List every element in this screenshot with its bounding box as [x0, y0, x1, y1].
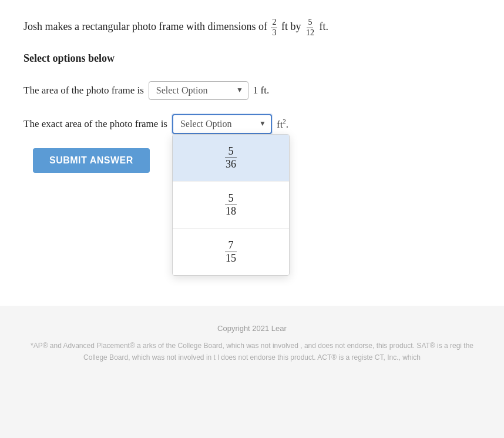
fraction-1-numer: 2 [271, 18, 277, 28]
opt1-denom: 36 [223, 158, 238, 170]
fraction-2-denom: 12 [305, 28, 315, 38]
fraction-1-denom: 3 [271, 28, 277, 38]
question-row-1: The area of the photo frame is Select Op… [23, 81, 481, 100]
footer-disclaimer: *AP® and Advanced Placement® a arks of t… [23, 340, 481, 364]
question-2-text: The exact area of the photo frame is [23, 118, 167, 130]
instructions-label: Select options below [23, 52, 481, 65]
row1-after-text: 1 ft. [253, 85, 269, 96]
opt3-numer: 7 [225, 239, 237, 252]
problem-text-after: ft. [319, 21, 328, 32]
dropdown-menu-2: 5 36 5 18 7 15 [172, 134, 290, 276]
problem-text: Josh makes a rectangular photo frame wit… [23, 18, 481, 38]
submit-button[interactable]: SUBMIT ANSWER [33, 148, 150, 173]
select-box-1[interactable]: Select Option ▼ [149, 81, 248, 100]
fraction-1: 2 3 [271, 18, 277, 38]
dropdown-1: Select Option ▼ [149, 81, 248, 100]
row2-ft: ft [277, 118, 283, 129]
fraction-2-numer: 5 [307, 18, 313, 28]
select-box-2-label: Select Option [180, 119, 232, 129]
opt2-denom: 18 [223, 205, 238, 218]
row2-after-text: ft2. [277, 118, 288, 131]
main-content: Josh makes a rectangular photo frame wit… [0, 0, 504, 306]
opt3-denom: 15 [223, 252, 238, 265]
select-arrow-2: ▼ [259, 119, 266, 128]
problem-text-before-f1: Josh makes a rectangular photo frame wit… [23, 21, 270, 32]
problem-text-between: ft by [281, 21, 304, 32]
question-row-2: The exact area of the photo frame is Sel… [23, 114, 481, 134]
option-fraction-2: 5 18 [223, 192, 238, 218]
footer: Copyright 2021 Lear *AP® and Advanced Pl… [0, 306, 504, 373]
opt2-numer: 5 [225, 192, 237, 205]
select-arrow-1: ▼ [236, 86, 243, 95]
dropdown-option-2[interactable]: 5 18 [173, 182, 289, 229]
dropdown-option-3[interactable]: 7 15 [173, 229, 289, 275]
fraction-2: 5 12 [305, 18, 315, 38]
option-fraction-3: 7 15 [223, 239, 238, 265]
question-1-text: The area of the photo frame is [23, 85, 144, 96]
dropdown-option-1[interactable]: 5 36 [173, 135, 289, 182]
row2-period: . [286, 118, 288, 129]
select-box-2[interactable]: Select Option ▼ [172, 114, 272, 134]
dropdown-2: Select Option ▼ 5 36 5 18 [172, 114, 272, 134]
option-fraction-1: 5 36 [223, 145, 238, 170]
opt1-numer: 5 [225, 145, 237, 158]
select-box-1-label: Select Option [156, 85, 208, 96]
footer-copyright: Copyright 2021 Lear [23, 322, 481, 335]
